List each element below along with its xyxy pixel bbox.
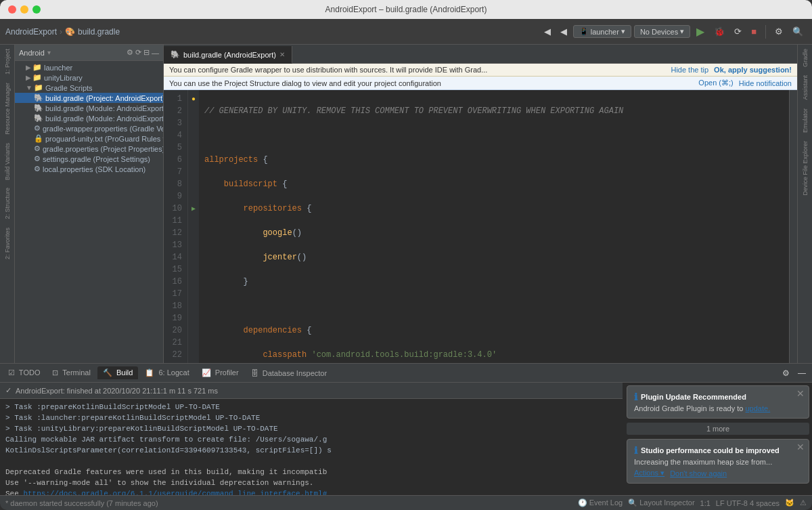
settings-icon[interactable]: ⚙ bbox=[771, 24, 786, 39]
tab-profiler[interactable]: 📈 Profiler bbox=[196, 366, 244, 379]
sync-button[interactable]: ⟳ bbox=[731, 24, 745, 39]
tree-label-local: local.properties (SDK Location) bbox=[43, 165, 145, 173]
tree-item-local-props[interactable]: ⚙ local.properties (SDK Location) bbox=[15, 164, 163, 174]
build-status-icon: ✓ bbox=[5, 386, 12, 395]
sidebar-item-gradle[interactable]: Gradle bbox=[800, 45, 810, 71]
sidebar-item-build-variants[interactable]: Build Variants bbox=[3, 139, 12, 184]
build-label: Build bbox=[116, 368, 133, 377]
tree-item-gradle-scripts[interactable]: ▼ 📁 Gradle Scripts bbox=[15, 83, 163, 93]
sidebar-item-assistant[interactable]: Assistant bbox=[800, 71, 810, 104]
build-line-1: > Task :prepareKotlinBuildScriptModel UP… bbox=[5, 402, 617, 412]
code-content[interactable]: // GENERATED BY UNITY. REMOVE THIS COMME… bbox=[199, 90, 789, 363]
sidebar-item-device-explorer[interactable]: Device File Explorer bbox=[800, 137, 810, 200]
chevron-down-icon: ▾ bbox=[621, 27, 625, 36]
debug-button[interactable]: 🐞 bbox=[710, 24, 728, 39]
logcat-icon: 📋 bbox=[145, 368, 154, 377]
sidebar-item-project[interactable]: 1: Project bbox=[3, 45, 12, 79]
sync-icon[interactable]: ⟳ bbox=[135, 48, 141, 57]
sidebar-item-favorites[interactable]: 2: Favorites bbox=[3, 224, 12, 263]
folder-icon: 📁 bbox=[32, 63, 42, 72]
run-button[interactable]: ▶ bbox=[693, 23, 708, 40]
layout-inspector-btn[interactable]: 🔍 Layout Inspector bbox=[628, 498, 694, 507]
line-numbers: 1 2 3 4 5 6 7 8 9 10 11 12 13 14 15 16 1 bbox=[164, 90, 188, 363]
maximize-button[interactable] bbox=[32, 5, 41, 14]
sidebar-item-structure[interactable]: 2: Structure bbox=[3, 184, 12, 224]
plugin-notif-title-1: ℹ Plugin Update Recommended bbox=[634, 391, 802, 402]
status-bar-right: 🕐 Event Log 🔍 Layout Inspector 1:1 LF UT… bbox=[578, 498, 807, 507]
panel-header: Android ▾ ⚙ ⟳ ⊟ — bbox=[15, 45, 163, 61]
tree-item-gradle-wrapper[interactable]: ⚙ gradle-wrapper.properties (Gradle Vers… bbox=[15, 123, 163, 133]
more-notifications[interactable]: 1 more bbox=[627, 423, 809, 435]
sidebar-item-emulator[interactable]: Emulator bbox=[800, 104, 810, 137]
tree-item-unity[interactable]: ▶ 📁 unityLibrary bbox=[15, 72, 163, 83]
folder-icon-gradle: 📁 bbox=[34, 83, 43, 92]
build-panel: ✓ AndroidExport: finished at 2020/10/20 … bbox=[0, 383, 623, 495]
tab-build-gradle[interactable]: 🐘 build.gradle (AndroidExport) ✕ bbox=[164, 46, 292, 64]
apply-suggestion-link[interactable]: Ok, apply suggestion! bbox=[714, 66, 792, 74]
tab-build[interactable]: 🔨 Build bbox=[97, 366, 139, 379]
filter-icon[interactable]: ⊟ bbox=[143, 48, 150, 57]
panel-header-left: Android ▾ bbox=[19, 49, 51, 57]
device-icon: 📱 bbox=[579, 27, 589, 36]
breadcrumb-filename[interactable]: build.gradle bbox=[78, 27, 120, 37]
notif-text-2: You can use the Project Structure dialog… bbox=[169, 79, 698, 87]
cog-icon[interactable]: ⚙ bbox=[127, 48, 133, 57]
update-link[interactable]: update. bbox=[745, 404, 770, 412]
gradle-props-icon: ⚙ bbox=[34, 144, 41, 153]
bottom-tabs: ☑ TODO ⊡ Terminal 🔨 Build 📋 6: Logcat 📈 … bbox=[0, 364, 812, 383]
close-notif-1[interactable]: ✕ bbox=[796, 389, 805, 398]
event-log-btn[interactable]: 🕐 Event Log bbox=[578, 498, 623, 507]
chevron-down-icon-2: ▾ bbox=[680, 27, 684, 36]
close-button[interactable] bbox=[8, 5, 16, 14]
build-minimize-icon[interactable]: — bbox=[794, 366, 809, 380]
tree-label-wrapper: gradle-wrapper.properties (Gradle Versio… bbox=[43, 125, 163, 133]
tree-item-gradle-props[interactable]: ⚙ gradle.properties (Project Properties) bbox=[15, 144, 163, 154]
tree-item-proguard[interactable]: 🔒 proguard-unity.txt (ProGuard Rules for… bbox=[15, 133, 163, 144]
sidebar-item-resource[interactable]: Resource Manager bbox=[3, 79, 12, 139]
hide-notif-link[interactable]: Hide notification bbox=[739, 79, 792, 87]
build-header: ✓ AndroidExport: finished at 2020/10/20 … bbox=[0, 383, 623, 399]
notif-text-1: You can configure Gradle wrapper to use … bbox=[169, 66, 671, 74]
tree-item-settings-gradle[interactable]: ⚙ settings.gradle (Project Settings) bbox=[15, 154, 163, 164]
build-settings-icon[interactable]: ⚙ bbox=[779, 366, 793, 380]
hide-tip-link[interactable]: Hide the tip bbox=[671, 66, 708, 74]
actions-link[interactable]: Actions ▾ bbox=[634, 469, 664, 477]
tree-item-build-gradle-launcher[interactable]: 🐘 build.gradle (Module: AndroidExport.la… bbox=[15, 103, 163, 113]
stop-button[interactable]: ■ bbox=[748, 24, 760, 39]
forward-button[interactable]: ◀ bbox=[557, 24, 570, 39]
device-selector[interactable]: 📱 launcher ▾ bbox=[573, 25, 631, 38]
tree-item-build-gradle[interactable]: 🐘 build.gradle (Project: AndroidExport) bbox=[15, 93, 163, 103]
warning-icon: ⚠ bbox=[800, 498, 807, 507]
dont-show-link[interactable]: Don't show again bbox=[670, 469, 727, 477]
tab-todo[interactable]: ☑ TODO bbox=[3, 366, 45, 379]
back-button[interactable]: ◀ bbox=[541, 24, 554, 39]
tree-label-settings: settings.gradle (Project Settings) bbox=[43, 155, 150, 163]
breadcrumb-project[interactable]: AndroidExport bbox=[5, 27, 57, 37]
tab-db-inspector[interactable]: 🗄 Database Inspector bbox=[246, 367, 332, 379]
breadcrumb: AndroidExport › 🎨 build.gradle bbox=[5, 27, 120, 37]
tree-label-proguard: proguard-unity.txt (ProGuard Rules for A… bbox=[45, 135, 163, 143]
close-notif-2[interactable]: ✕ bbox=[796, 442, 805, 452]
docs-link[interactable]: https://docs.gradle.org/6.1.1/userguide/… bbox=[23, 490, 327, 495]
plugin-notifications: ℹ Plugin Update Recommended Android Grad… bbox=[627, 385, 809, 484]
minimize-button[interactable] bbox=[20, 5, 28, 14]
code-editor[interactable]: 1 2 3 4 5 6 7 8 9 10 11 12 13 14 15 16 1 bbox=[164, 90, 797, 363]
fold-arrow[interactable]: ▶ bbox=[191, 205, 196, 213]
tree-label-build-gradle: build.gradle (Project: AndroidExport) bbox=[45, 94, 163, 102]
tree-item-launcher[interactable]: ▶ 📁 launcher bbox=[15, 62, 163, 72]
info-icon-1: ℹ bbox=[634, 391, 637, 402]
collapse-arrow: ▶ bbox=[26, 64, 31, 71]
tab-terminal[interactable]: ⊡ Terminal bbox=[47, 366, 95, 379]
no-devices-btn[interactable]: No Devices ▾ bbox=[634, 25, 690, 38]
bottom-content: ✓ AndroidExport: finished at 2020/10/20 … bbox=[0, 383, 812, 495]
build-status-text: AndroidExport: finished at 2020/10/20 21… bbox=[16, 387, 218, 395]
minimize-panel-icon[interactable]: — bbox=[152, 49, 159, 57]
build-line-4: Calling mockable JAR artifact transform … bbox=[5, 434, 617, 445]
open-link[interactable]: Open (⌘;) bbox=[698, 79, 733, 87]
tab-close-icon[interactable]: ✕ bbox=[279, 51, 285, 58]
tree-item-build-gradle-unity[interactable]: 🐘 build.gradle (Module: AndroidExport.un… bbox=[15, 113, 163, 123]
breadcrumb-sep-1: › bbox=[60, 27, 62, 37]
studio-perf-body: Increasing the maximum heap size from... bbox=[634, 458, 802, 466]
tab-logcat[interactable]: 📋 6: Logcat bbox=[139, 366, 194, 379]
search-icon[interactable]: 🔍 bbox=[789, 24, 807, 39]
